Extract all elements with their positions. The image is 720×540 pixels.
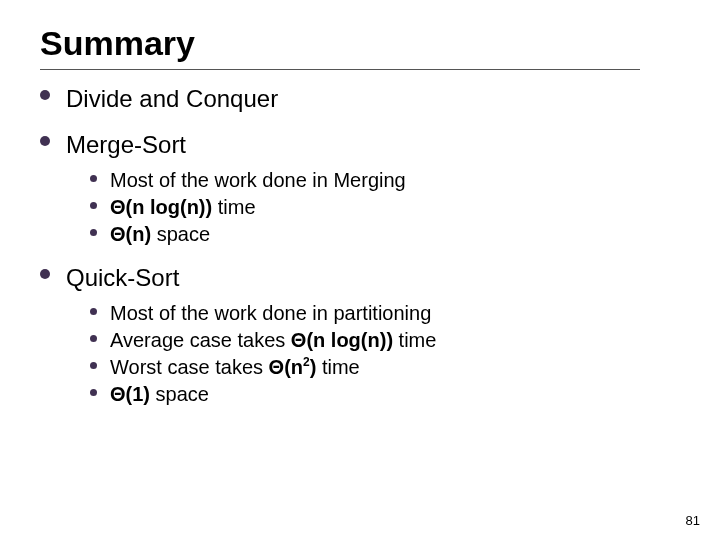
- bullet-item: Merge-SortMost of the work done in Mergi…: [40, 130, 680, 247]
- sub-bullet-text: Most of the work done in partitioning: [110, 302, 431, 324]
- sub-bullet-text: Θ(1) space: [110, 383, 209, 405]
- bullet-item: Divide and Conquer: [40, 84, 680, 114]
- bullet-item: Quick-SortMost of the work done in parti…: [40, 263, 680, 407]
- sub-bullet-item: Most of the work done in Merging: [90, 168, 680, 193]
- sub-bullet-item: Θ(n) space: [90, 222, 680, 247]
- bullet-icon: [40, 136, 50, 146]
- sub-bullet-text: Most of the work done in Merging: [110, 169, 406, 191]
- bullet-icon: [90, 175, 97, 182]
- sub-bullet-list: Most of the work done in MergingΘ(n log(…: [90, 168, 680, 247]
- sub-bullet-text: Θ(n log(n)) time: [110, 196, 256, 218]
- sub-bullet-text: Average case takes Θ(n log(n)) time: [110, 329, 436, 351]
- bullet-icon: [40, 269, 50, 279]
- page-number: 81: [686, 513, 700, 528]
- slide-title: Summary: [40, 24, 680, 63]
- sub-bullet-item: Most of the work done in partitioning: [90, 301, 680, 326]
- bullet-text: Quick-Sort: [66, 264, 179, 291]
- bullet-icon: [90, 362, 97, 369]
- sub-bullet-item: Worst case takes Θ(n2) time: [90, 355, 680, 380]
- bullet-list: Divide and ConquerMerge-SortMost of the …: [40, 84, 680, 407]
- bullet-text: Merge-Sort: [66, 131, 186, 158]
- bullet-text: Divide and Conquer: [66, 85, 278, 112]
- title-underline: [40, 69, 640, 70]
- bullet-icon: [90, 389, 97, 396]
- sub-bullet-item: Θ(n log(n)) time: [90, 195, 680, 220]
- sub-bullet-text: Θ(n) space: [110, 223, 210, 245]
- sub-bullet-list: Most of the work done in partitioningAve…: [90, 301, 680, 407]
- bullet-icon: [90, 202, 97, 209]
- sub-bullet-item: Θ(1) space: [90, 382, 680, 407]
- slide: Summary Divide and ConquerMerge-SortMost…: [0, 0, 720, 540]
- sub-bullet-text: Worst case takes Θ(n2) time: [110, 356, 360, 378]
- bullet-icon: [90, 229, 97, 236]
- bullet-icon: [90, 335, 97, 342]
- sub-bullet-item: Average case takes Θ(n log(n)) time: [90, 328, 680, 353]
- bullet-icon: [40, 90, 50, 100]
- bullet-icon: [90, 308, 97, 315]
